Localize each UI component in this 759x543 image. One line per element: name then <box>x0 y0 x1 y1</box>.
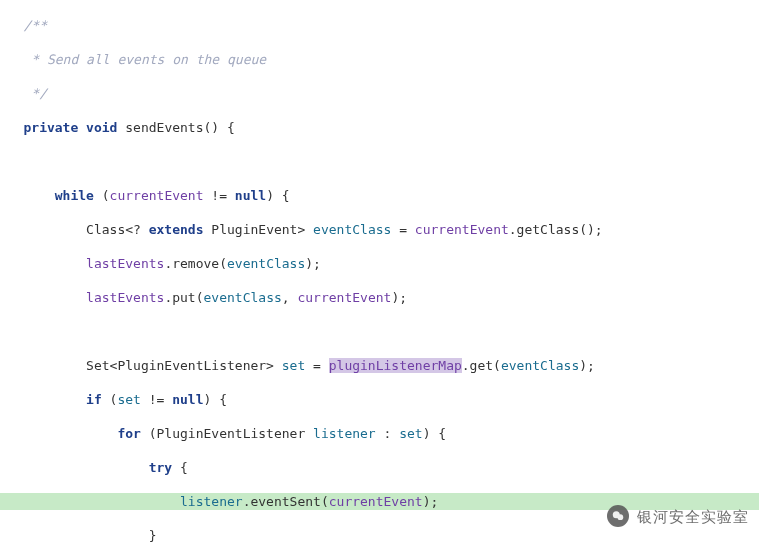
wechat-icon <box>607 505 629 527</box>
code-block: /** * Send all events on the queue */ pr… <box>0 0 759 543</box>
remove-line: lastEvents.remove(eventClass); <box>0 255 759 272</box>
comment-line: /** <box>0 18 47 33</box>
comment-line: * Send all events on the queue <box>0 52 266 67</box>
try-line: try { <box>0 459 759 476</box>
while-line: while (currentEvent != null) { <box>0 187 759 204</box>
watermark-text: 银河安全实验室 <box>637 508 749 525</box>
if-line: if (set != null) { <box>0 391 759 408</box>
for-listener-line: for (PluginEventListener listener : set)… <box>0 425 759 442</box>
comment-line: */ <box>0 86 47 101</box>
watermark: 银河安全实验室 <box>607 505 749 527</box>
method-signature: private void sendEvents() { <box>0 119 759 136</box>
close-brace: } <box>0 527 759 543</box>
svg-point-1 <box>617 514 623 520</box>
put-line: lastEvents.put(eventClass, currentEvent)… <box>0 289 759 306</box>
code-editor-viewport: /** * Send all events on the queue */ pr… <box>0 0 759 543</box>
class-decl-line: Class<? extends PluginEvent> eventClass … <box>0 221 759 238</box>
set-decl-line: Set<PluginEventListener> set = pluginLis… <box>0 357 759 374</box>
